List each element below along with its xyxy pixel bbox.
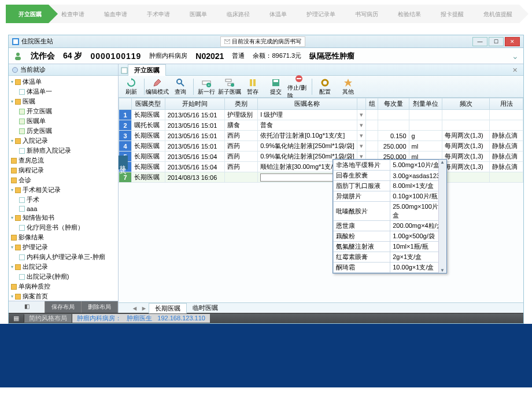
expand-toggle-icon[interactable]: ⌄: [512, 51, 519, 61]
person-icon: [12, 67, 18, 73]
other-button[interactable]: 其他: [337, 77, 360, 96]
star-icon: [343, 77, 353, 88]
stop-delete-button[interactable]: 停止/删除: [287, 73, 311, 100]
orders-grid[interactable]: 医嘱类型 开始时间 类别 医嘱名称 组 每次量 剂量单位 频次 用法 1长期医嘱…: [119, 98, 523, 183]
dropdown-item[interactable]: 藕酸粉1.00g×500g/袋: [334, 231, 446, 242]
status-layout[interactable]: 简约风格布局: [24, 314, 72, 323]
refresh-button[interactable]: 刷新: [120, 77, 143, 96]
edit-mode-button[interactable]: 编辑模式: [146, 77, 169, 96]
tree-history-order[interactable]: 历史医嘱: [19, 126, 116, 136]
search-button[interactable]: 查询: [169, 77, 192, 96]
svg-rect-5: [121, 68, 127, 73]
dropdown-item[interactable]: 氨氟醚注射液10ml×1瓶/瓶: [334, 242, 446, 252]
patient-bar: 沈作会 64 岁 0000100119 肿瘤内科病房 N02021 普通 余额：…: [9, 48, 523, 64]
new-child-button[interactable]: 新子医嘱: [218, 77, 241, 96]
close-button[interactable]: ✕: [505, 37, 520, 46]
dropdown-item[interactable]: 红霉素眼膏2g×1支/盒: [334, 252, 446, 263]
titlebar: 住院医生站 目前没有未完成的病历书写 — ☐ ✕: [9, 35, 523, 48]
tree-consent[interactable]: 知情告知书: [11, 213, 116, 223]
dropdown-item[interactable]: 酮琦霜10.00g×1支/盒: [334, 263, 446, 273]
tree-nursing-rec[interactable]: 内科病人护理记录单三-肿瘤: [19, 252, 116, 262]
table-row[interactable]: 4长期医嘱2013/05/16 15:01西药0.9%氯化钠注射液[250ml*…: [119, 141, 523, 152]
notice-banner[interactable]: 目前没有未完成的病历书写: [220, 36, 305, 47]
tree-admit[interactable]: 入院记录: [11, 136, 116, 146]
subtab-prev-icon[interactable]: ◄: [130, 305, 139, 312]
tab-doc-icon: [121, 67, 128, 74]
tree-open-order[interactable]: 开立医嘱: [19, 106, 116, 116]
table-row[interactable]: 1长期医嘱2013/05/16 15:01护理级别I 级护理▾: [119, 110, 523, 120]
svg-text:+: +: [208, 83, 210, 87]
svg-rect-4: [15, 57, 21, 60]
tree-rounds[interactable]: 查房总流: [11, 156, 116, 165]
tree-discharge[interactable]: 出院记录: [11, 262, 116, 272]
svg-rect-19: [297, 78, 301, 79]
maximize-button[interactable]: ☐: [489, 37, 504, 46]
patient-icon: [13, 51, 23, 61]
new-row-button[interactable]: +新一行: [195, 77, 218, 96]
subtab-next-icon[interactable]: ►: [139, 305, 149, 312]
dropdown-item[interactable]: 异烟肼片0.10g×100片/瓶: [334, 191, 446, 202]
patient-balance: 余额：89671.3元: [253, 51, 301, 60]
refresh-icon: [126, 77, 136, 88]
temp-save-button[interactable]: 暂存: [241, 77, 264, 96]
nav-tree[interactable]: 体温单 体温单一 医嘱 开立医嘱 医嘱单 历史医嘱 入院记录 新肺癌入院记录 查…: [9, 76, 118, 301]
status-icon[interactable]: ▦: [9, 315, 24, 322]
svg-point-3: [16, 53, 20, 56]
dropdown-item[interactable]: 非洛地平缓释片5.00mg×10片/盒: [334, 160, 446, 171]
edit-icon: [152, 77, 162, 88]
step-orders[interactable]: 开立医嘱: [6, 5, 49, 23]
svg-rect-1: [13, 39, 18, 44]
subtab-temp[interactable]: 临时医嘱: [187, 303, 224, 313]
tree-nursing[interactable]: 护理记录: [11, 242, 116, 252]
tab-close-icon[interactable]: ✕: [509, 66, 521, 74]
dropdown-scrollbar[interactable]: [438, 160, 446, 273]
svg-rect-17: [274, 80, 278, 82]
delete-layout-button[interactable]: 删除布局: [82, 301, 118, 313]
orders-grid-wrap: 格式 医嘱类型 开始时间 类别 医嘱名称 组 每次量 剂量单位 频次 用法: [119, 98, 523, 302]
svg-rect-11: [226, 79, 231, 82]
tree-consent-chemo[interactable]: 化疗同意书（肿瘤）: [19, 223, 116, 232]
tree-consult[interactable]: 会诊: [11, 175, 116, 185]
tree-single[interactable]: 单病种质控: [11, 282, 116, 291]
table-row[interactable]: 3长期医嘱2013/05/16 15:01西药依托泊苷注射液[0.10g*1支/…: [119, 131, 523, 141]
tree-temp[interactable]: 体温单: [11, 77, 116, 87]
nav-icon-button[interactable]: ◧: [9, 301, 45, 313]
svg-rect-14: [250, 79, 252, 86]
tree-admit-lung[interactable]: 新肺癌入院记录: [19, 146, 116, 156]
dropdown-item[interactable]: 吡嗪酰胺片25.00mg×100片/盒: [334, 202, 446, 221]
tree-progress[interactable]: 病程记录: [11, 165, 116, 175]
tab-strip: 开立医嘱 ✕: [119, 64, 523, 76]
tree-surgery-op[interactable]: 手术: [19, 195, 116, 205]
dropdown-item[interactable]: 恩世康200.00mg×4粒/盒: [334, 221, 446, 231]
minimize-button[interactable]: —: [472, 37, 487, 46]
tree-surgery-aaa[interactable]: aaa: [19, 205, 116, 213]
tree-front[interactable]: 病案首页: [11, 291, 116, 301]
submit-button[interactable]: 提交: [264, 77, 287, 96]
tree-order-sheet[interactable]: 医嘱单: [19, 116, 116, 126]
table-row[interactable]: 6长期医嘱2013/05/16 15:04西药顺铂注射液[30.00mg*1支/…: [119, 162, 523, 172]
grid-header-row: 医嘱类型 开始时间 类别 医嘱名称 组 每次量 剂量单位 频次 用法: [119, 98, 523, 110]
table-row[interactable]: 2嘱托长嘱2013/05/16 15:01膳食普食▾: [119, 120, 523, 131]
tree-orders[interactable]: 医嘱: [11, 97, 116, 106]
tree-discharge-tumor[interactable]: 出院记录(肿瘤): [19, 272, 116, 282]
table-row[interactable]: 7长期医嘱2014/08/13 16:06: [119, 172, 523, 183]
config-button[interactable]: 配置: [313, 77, 337, 96]
svg-point-6: [177, 79, 182, 84]
patient-type: 普通: [232, 51, 245, 60]
table-row[interactable]: 5长期医嘱2013/05/16 15:04西药0.9%氯化钠注射液[250ml*…: [119, 152, 523, 162]
drug-autocomplete-dropdown[interactable]: 非洛地平缓释片5.00mg×10片/盒回春生胶囊3.00g×asdas1233脂…: [332, 159, 447, 274]
svg-rect-15: [253, 79, 256, 86]
subtab-long[interactable]: 长期医嘱: [149, 303, 187, 313]
patient-diagnosis: 纵隔恶性肿瘤: [309, 51, 354, 61]
side-handle[interactable]: 格式: [119, 156, 128, 169]
dropdown-item[interactable]: 回春生胶囊3.00g×asdas1233: [334, 171, 446, 181]
dropdown-item[interactable]: 脂肪丁乳口服液8.00ml×1支/盒: [334, 181, 446, 191]
tree-surgery[interactable]: 手术相关记录: [11, 185, 116, 195]
save-layout-button[interactable]: 保存布局: [45, 301, 82, 313]
right-panel: 开立医嘱 ✕ 刷新 编辑模式 查询 +新一行 新子医嘱 暂存 提交 停止/删除 …: [119, 64, 523, 313]
breadcrumb-steps: 开立医嘱 检查申请 输血申请 手术申请 医嘱单 临床路径 体温单 护理记录单 书…: [6, 5, 532, 23]
tree-temp-1[interactable]: 体温单一: [19, 87, 116, 97]
patient-name: 沈作会: [31, 51, 55, 61]
tree-imaging[interactable]: 影像结果: [11, 232, 116, 242]
tab-open-orders[interactable]: 开立医嘱: [128, 64, 166, 76]
